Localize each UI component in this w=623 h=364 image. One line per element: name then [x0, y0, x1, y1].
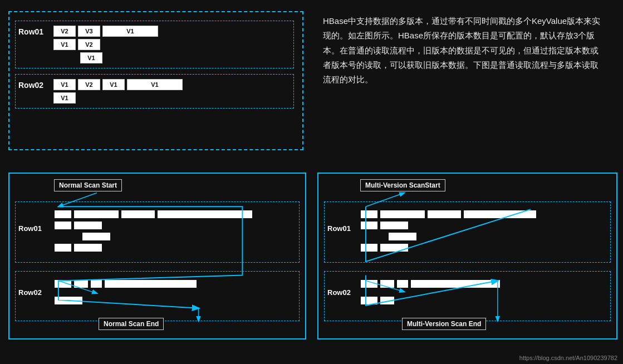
url-watermark: https://blog.csdn.net/An1090239782 — [519, 355, 617, 361]
normal-scan-start-label: Normal Scan Start — [54, 179, 122, 191]
ns-r1-c5 — [55, 222, 71, 229]
mv-r2-c3 — [397, 280, 408, 288]
mv-scan-end-label: Multi-Version Scan End — [402, 318, 486, 330]
cell-v2-2: V2 — [78, 39, 100, 50]
version-diagram: Row01 V2 V3 V1 V1 V2 V1 — [8, 11, 303, 150]
ns-r1-c8 — [55, 244, 71, 252]
mv-r1-c4 — [464, 210, 536, 218]
row02-r2: V1 — [53, 92, 183, 104]
mv-r1-c3 — [428, 210, 461, 218]
ns-r2-c5 — [55, 297, 82, 304]
cell-v1-3: V1 — [80, 52, 102, 63]
normal-row02-label: Row02 — [18, 288, 42, 297]
cell-r2-v1c: V1 — [127, 79, 183, 90]
main-container: Row01 V2 V3 V1 V1 V2 V1 — [0, 0, 623, 364]
mv-r1-c1 — [361, 210, 377, 218]
ns-r1-c7 — [82, 233, 110, 240]
row01-r1: V2 V3 V1 — [53, 26, 158, 37]
mv-row01-group: Row01 — [324, 201, 611, 263]
mv-r1-c6 — [380, 222, 408, 229]
mv-row01-label: Row01 — [327, 224, 351, 233]
row01-group: Row01 V2 V3 V1 V1 V2 V1 — [15, 21, 294, 68]
row01-r2: V1 V2 — [53, 39, 158, 50]
ns-r1-c3 — [121, 210, 155, 218]
normal-scan-end-label: Normal Scan End — [99, 318, 164, 330]
ns-r2-c2 — [74, 280, 88, 288]
normal-row01-label: Row01 — [18, 224, 42, 233]
ns-r1-c1 — [55, 210, 71, 218]
ns-r2-c3 — [91, 280, 102, 288]
row02-r1: V1 V2 V1 V1 — [53, 79, 183, 90]
row01-r3: V1 — [80, 52, 185, 63]
normal-row02-group: Row02 — [15, 271, 300, 321]
ns-r1-c6 — [74, 222, 102, 229]
mv-scan-start-label: Multi-Version ScanStart — [360, 179, 445, 191]
normal-row01-group: Row01 — [15, 201, 300, 263]
mv-r1-c2 — [380, 210, 425, 218]
description: HBase中支持数据的多版本，通过带有不同时间戳的多个KeyValue版本来实现… — [323, 14, 606, 87]
mv-row02-group: Row02 — [324, 271, 611, 321]
cell-v2: V2 — [53, 26, 76, 37]
row02-group: Row02 V1 V2 V1 V1 V1 — [15, 74, 294, 109]
cell-r2-v2: V2 — [78, 79, 100, 90]
mv-r1-c8 — [361, 244, 377, 252]
ns-r1-c2 — [74, 210, 119, 218]
mv-r2-c4 — [411, 280, 500, 288]
cell-r2-v1b: V1 — [102, 79, 125, 90]
cell-r2-v1: V1 — [53, 79, 76, 90]
row02-label: Row02 — [18, 79, 49, 90]
normal-scan-diagram: Normal Scan Start Row01 Row02 — [8, 173, 306, 340]
bottom-left-panel: Normal Scan Start Row01 Row02 — [0, 167, 312, 364]
mv-row02-label: Row02 — [327, 288, 351, 297]
mv-r1-c7 — [389, 233, 416, 240]
cell-v1-2: V1 — [53, 39, 76, 50]
mv-r1-c5 — [361, 222, 377, 229]
multiversion-scan-diagram: Multi-Version ScanStart Row01 Row02 — [317, 173, 617, 340]
cell-v1-wide: V1 — [102, 26, 158, 37]
bottom-right-panel: Multi-Version ScanStart Row01 Row02 — [312, 167, 623, 364]
ns-r1-c4 — [158, 210, 252, 218]
cell-r2-v1-2: V1 — [53, 92, 76, 104]
mv-r2-c6 — [380, 297, 394, 304]
row01-label: Row01 — [18, 26, 49, 36]
ns-r2-c4 — [105, 280, 197, 288]
cell-v3: V3 — [78, 26, 100, 37]
mv-r2-c5 — [361, 297, 377, 304]
ns-r2-c1 — [55, 280, 71, 288]
top-right-panel: HBase中支持数据的多版本，通过带有不同时间戳的多个KeyValue版本来实现… — [312, 0, 623, 167]
ns-r1-c9 — [74, 244, 102, 252]
mv-r2-c1 — [361, 280, 377, 288]
mv-r2-c2 — [380, 280, 394, 288]
mv-r1-c9 — [380, 244, 408, 252]
top-left-panel: Row01 V2 V3 V1 V1 V2 V1 — [0, 0, 312, 167]
